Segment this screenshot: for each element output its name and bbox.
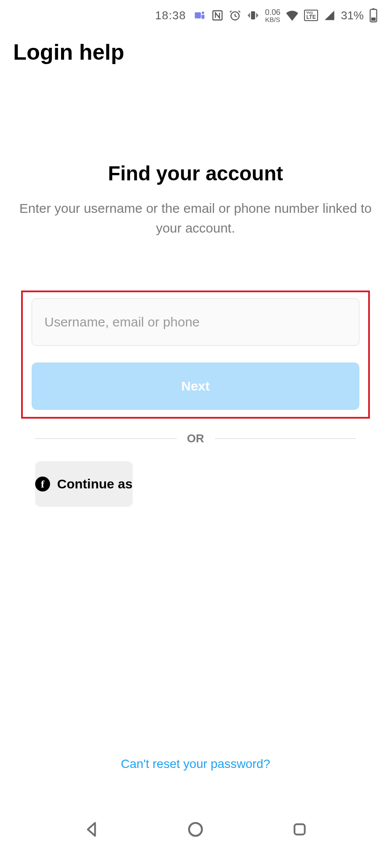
facebook-icon: f	[35, 477, 50, 491]
intro-section: Find your account Enter your username or…	[0, 161, 391, 238]
divider-label: OR	[187, 432, 204, 445]
divider-line-left	[35, 438, 177, 439]
battery-percent: 31%	[341, 9, 364, 22]
cant-reset-password-link[interactable]: Can't reset your password?	[121, 757, 270, 771]
next-button[interactable]: Next	[32, 362, 359, 410]
svg-rect-7	[371, 18, 376, 21]
nfc-icon	[211, 9, 224, 22]
cellular-signal-icon	[323, 10, 336, 21]
network-speed-unit: KB/S	[265, 16, 280, 23]
network-speed-value: 0.06	[265, 8, 280, 16]
username-email-phone-input[interactable]	[32, 298, 359, 346]
vibrate-icon	[246, 9, 260, 22]
svg-rect-9	[294, 824, 304, 834]
volte-indicator: Vo)) LTE	[304, 10, 318, 21]
alarm-icon	[229, 9, 241, 22]
svg-rect-0	[195, 12, 201, 18]
intro-description: Enter your username or the email or phon…	[18, 198, 373, 238]
svg-point-1	[202, 11, 204, 14]
wifi-icon	[286, 10, 299, 21]
highlighted-form-area: Next	[21, 291, 370, 419]
battery-icon	[369, 8, 378, 22]
facebook-button-label: Continue as	[57, 477, 133, 491]
status-bar: 18:38 0.06 KB/S Vo)) LTE 31%	[0, 0, 391, 31]
nav-home-button[interactable]	[183, 817, 208, 842]
continue-with-facebook-button[interactable]: f Continue as	[35, 461, 133, 507]
page-title: Login help	[13, 39, 378, 65]
or-divider: OR	[35, 432, 356, 445]
nav-recents-button[interactable]	[287, 817, 312, 842]
svg-point-8	[189, 823, 202, 836]
divider-line-right	[215, 438, 356, 439]
status-time: 18:38	[155, 9, 186, 22]
teams-icon	[194, 9, 206, 22]
intro-title: Find your account	[18, 161, 373, 185]
svg-rect-4	[251, 11, 255, 20]
app-header: Login help	[0, 31, 391, 65]
network-speed-indicator: 0.06 KB/S	[265, 8, 280, 23]
footer-help: Can't reset your password?	[0, 757, 391, 771]
system-nav-bar	[0, 803, 391, 856]
nav-back-button[interactable]	[80, 817, 104, 842]
